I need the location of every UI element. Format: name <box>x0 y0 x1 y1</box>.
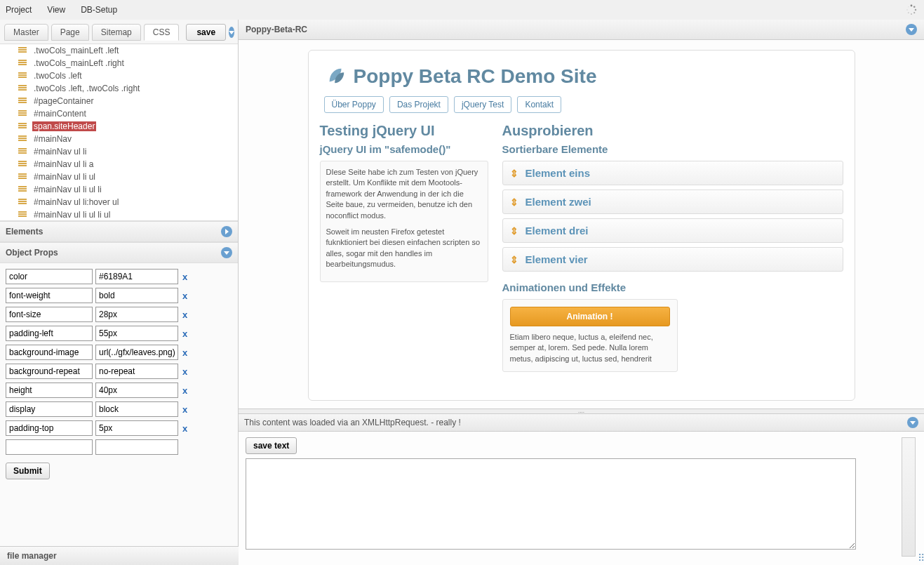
prop-key-input[interactable] <box>6 269 93 284</box>
prop-delete-icon[interactable]: x <box>181 328 189 339</box>
left-col-heading: Testing jQuery UI <box>320 123 488 139</box>
css-selector-item[interactable]: #mainContent <box>0 107 238 120</box>
tab-master[interactable]: Master <box>4 24 48 41</box>
prop-delete-icon[interactable]: x <box>181 272 189 282</box>
object-props-pane-header[interactable]: Object Props <box>0 242 238 263</box>
css-selector-label: #mainNav ul li ul li ul <box>32 210 112 220</box>
prop-row: x <box>6 288 232 303</box>
prop-key-input[interactable] <box>6 420 93 436</box>
css-selector-label: .twoCols_mainLeft .right <box>32 58 126 68</box>
sortable-item[interactable]: ⇕Element drei <box>502 218 843 243</box>
animation-button[interactable]: Animation ! <box>510 307 670 326</box>
prop-value-input[interactable] <box>95 420 178 436</box>
side-scroll-track[interactable] <box>902 437 916 557</box>
css-selector-label: .twoCols_mainLeft .left <box>32 46 120 55</box>
collapse-preview-icon[interactable] <box>906 24 917 35</box>
prop-key-input[interactable] <box>6 383 93 398</box>
drag-handle-icon[interactable]: ⇕ <box>510 254 518 265</box>
prop-delete-icon[interactable]: x <box>181 310 189 320</box>
content-textarea[interactable] <box>246 458 856 550</box>
collapse-props-icon[interactable] <box>221 247 232 258</box>
site-nav-item[interactable]: jQuery Test <box>454 96 511 113</box>
menu-dbsetup[interactable]: DB-Setup <box>81 5 117 15</box>
prop-key-input[interactable] <box>6 326 93 341</box>
prop-delete-icon[interactable]: x <box>181 423 189 434</box>
prop-key-input[interactable] <box>6 288 93 303</box>
resize-grip-icon[interactable]: ⠿ <box>918 552 923 564</box>
horizontal-splitter[interactable]: ···· <box>239 408 924 414</box>
drag-handle-icon[interactable]: ⇕ <box>510 225 518 237</box>
prop-value-input[interactable] <box>95 383 178 398</box>
file-manager-bar[interactable]: file manager <box>0 546 239 565</box>
animation-text: Etiam libero neque, luctus a, eleifend n… <box>510 332 670 364</box>
submit-button[interactable]: Submit <box>6 463 50 479</box>
css-selector-item[interactable]: #mainNav ul li ul li ul <box>0 208 238 221</box>
editor-zone: save text ⠿ <box>239 432 924 565</box>
site-nav-item[interactable]: Kontakt <box>517 96 561 113</box>
css-selector-item[interactable]: .twoCols .left <box>0 69 238 82</box>
top-menubar: Project View DB-Setup <box>0 0 924 20</box>
sortable-item[interactable]: ⇕Element zwei <box>502 190 843 214</box>
prop-value-input[interactable] <box>95 345 178 360</box>
prop-key-input[interactable] <box>6 401 93 417</box>
prop-value-blank[interactable] <box>95 439 178 455</box>
tab-page[interactable]: Page <box>51 24 89 41</box>
css-selector-label: #mainNav ul li ul li <box>32 185 103 194</box>
css-selector-item[interactable]: #mainNav ul li a <box>0 158 238 171</box>
css-selector-tree[interactable]: .twoCols_mainLeft .left.twoCols_mainLeft… <box>0 44 238 221</box>
css-selector-item[interactable]: .twoCols .left, .twoCols .right <box>0 82 238 95</box>
site-nav-item[interactable]: Das Projekt <box>389 96 448 113</box>
css-selector-item[interactable]: span.siteHeader <box>0 120 238 133</box>
preview-title: Poppy-Beta-RC <box>246 25 307 34</box>
css-selector-item[interactable]: #mainNav <box>0 133 238 145</box>
prop-key-input[interactable] <box>6 364 93 379</box>
collapse-left-tabs-icon[interactable] <box>229 27 234 38</box>
drag-handle-icon[interactable]: ⇕ <box>510 197 518 208</box>
prop-key-input[interactable] <box>6 307 93 322</box>
menu-view[interactable]: View <box>47 5 65 15</box>
prop-value-input[interactable] <box>95 364 178 379</box>
prop-value-input[interactable] <box>95 401 178 417</box>
css-selector-item[interactable]: #pageContainer <box>0 95 238 107</box>
prop-key-input[interactable] <box>6 345 93 360</box>
elements-pane-title: Elements <box>6 227 43 237</box>
svg-point-7 <box>908 6 909 7</box>
tab-sitemap[interactable]: Sitemap <box>92 24 141 41</box>
preview-header-bar: Poppy-Beta-RC <box>239 20 924 40</box>
css-selector-label: .twoCols .left <box>32 71 83 81</box>
prop-delete-icon[interactable]: x <box>181 366 189 377</box>
prop-value-input[interactable] <box>95 307 178 322</box>
prop-delete-icon[interactable]: x <box>181 404 189 415</box>
object-props-title: Object Props <box>6 248 58 258</box>
save-text-button[interactable]: save text <box>246 437 297 454</box>
drag-handle-icon[interactable]: ⇕ <box>510 168 518 179</box>
css-selector-item[interactable]: .twoCols_mainLeft .right <box>0 57 238 69</box>
sortable-item[interactable]: ⇕Element vier <box>502 247 843 272</box>
css-selector-item[interactable]: #mainNav ul li ul <box>0 171 238 183</box>
css-rule-icon <box>18 199 28 206</box>
anim-heading: Animationen und Effekte <box>502 281 843 293</box>
preview-canvas[interactable]: Poppy Beta RC Demo Site Über PoppyDas Pr… <box>239 40 924 408</box>
collapse-elements-icon[interactable] <box>221 226 232 237</box>
elements-pane-header[interactable]: Elements <box>0 221 238 242</box>
menu-project[interactable]: Project <box>6 5 32 15</box>
save-button[interactable]: save <box>186 24 226 41</box>
prop-value-input[interactable] <box>95 269 178 284</box>
css-selector-item[interactable]: .twoCols_mainLeft .left <box>0 44 238 57</box>
sortable-item[interactable]: ⇕Element eins <box>502 161 843 185</box>
prop-value-input[interactable] <box>95 288 178 303</box>
css-selector-item[interactable]: #mainNav ul li ul li <box>0 183 238 196</box>
prop-delete-icon[interactable]: x <box>181 347 189 358</box>
css-rule-icon <box>18 123 28 130</box>
tab-css[interactable]: CSS <box>144 24 180 41</box>
prop-value-input[interactable] <box>95 326 178 341</box>
collapse-console-icon[interactable] <box>907 417 918 428</box>
css-selector-item[interactable]: #mainNav ul li:hover ul <box>0 196 238 208</box>
prop-delete-icon[interactable]: x <box>181 291 189 301</box>
site-nav-item[interactable]: Über Poppy <box>324 96 384 113</box>
prop-key-blank[interactable] <box>6 439 93 455</box>
prop-delete-icon[interactable]: x <box>181 385 189 396</box>
left-col-para-1: DIese Seite habe ich zum Testen von jQue… <box>326 167 482 221</box>
sortable-list[interactable]: ⇕Element eins⇕Element zwei⇕Element drei⇕… <box>502 161 843 272</box>
css-selector-item[interactable]: #mainNav ul li <box>0 145 238 158</box>
